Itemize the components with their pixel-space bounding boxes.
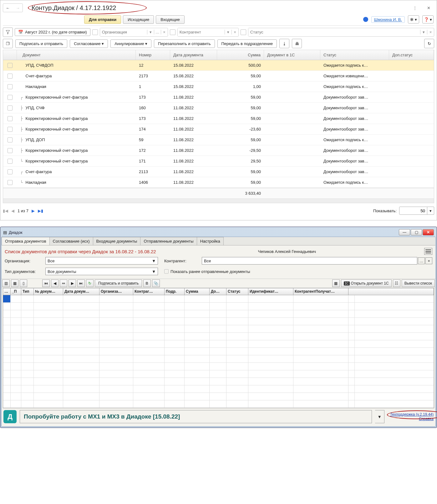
row-checkbox[interactable] xyxy=(8,180,13,185)
date-filter[interactable]: 📅 Август 2022 г. (по дате отправки) xyxy=(15,28,90,36)
row-checkbox[interactable] xyxy=(8,84,13,89)
grid-row[interactable] xyxy=(3,393,434,400)
tab-item[interactable]: Входящие документы xyxy=(93,237,141,245)
org-combo[interactable]: ▾ … × xyxy=(100,28,168,37)
grid-row[interactable] xyxy=(3,310,434,318)
layout3-button[interactable]: ▯ xyxy=(20,280,27,287)
tab-item[interactable]: Согласование (исх) xyxy=(49,237,93,245)
org-dropdown-icon[interactable]: ▾ xyxy=(147,30,154,34)
table-row[interactable]: ├ Корректировочный счет-фактура17211.08.… xyxy=(3,145,434,156)
grid-row[interactable] xyxy=(3,363,434,370)
filter-button[interactable] xyxy=(3,28,13,37)
status-combo[interactable]: ▾ × xyxy=(248,28,434,37)
row-checkbox[interactable] xyxy=(8,159,13,164)
row-checkbox[interactable] xyxy=(8,169,13,174)
print-button[interactable]: 🖶 xyxy=(292,39,302,48)
download-button[interactable]: ⭳ xyxy=(279,39,289,48)
row-checkbox[interactable] xyxy=(8,74,13,79)
tab-incoming[interactable]: Входящие xyxy=(156,15,185,24)
help-link[interactable]: Справка xyxy=(390,417,434,421)
pager-next[interactable]: ▶ xyxy=(32,208,35,213)
layout2-button[interactable]: ▦ xyxy=(11,280,18,287)
org-more-icon[interactable]: … xyxy=(154,30,161,34)
grid-row[interactable] xyxy=(3,370,434,378)
row-checkbox[interactable] xyxy=(8,148,13,153)
org-enable-checkbox[interactable] xyxy=(92,29,98,35)
attach-button[interactable]: 📎 xyxy=(152,280,160,287)
grid-col-header[interactable]: № докум… xyxy=(34,288,63,295)
user-link[interactable]: Шмонина И. В. xyxy=(371,16,405,23)
row-checkbox[interactable] xyxy=(8,127,13,132)
counter-more-button[interactable]: … xyxy=(418,257,425,264)
forward-button[interactable]: → xyxy=(13,4,23,12)
refresh-button[interactable]: ↻ xyxy=(424,39,434,48)
nav-fit[interactable]: ⇔ xyxy=(60,280,67,287)
nav-last[interactable]: ⏭ xyxy=(77,280,85,287)
sign-send-button[interactable]: Подписать и отправить xyxy=(15,39,67,48)
grid-col-header[interactable]: Дата докум… xyxy=(63,288,99,295)
type-select[interactable]: Все документы▼ xyxy=(45,268,158,275)
status-enable-checkbox[interactable] xyxy=(241,29,246,35)
row-checkbox[interactable] xyxy=(8,116,13,121)
nav-prev[interactable]: ◀ xyxy=(51,280,58,287)
maximize-button[interactable]: ▢ xyxy=(411,229,422,235)
col-status[interactable]: Статус xyxy=(320,50,389,60)
counter-clear-icon[interactable]: × xyxy=(231,30,238,34)
status-dropdown-icon[interactable]: ▾ xyxy=(420,30,427,34)
row-checkbox[interactable] xyxy=(8,105,13,111)
status-input[interactable] xyxy=(248,28,420,36)
grid-col-header[interactable]: _П xyxy=(11,288,21,295)
grid-col-header[interactable]: Сумма xyxy=(185,288,210,295)
row-checkbox[interactable] xyxy=(8,63,13,68)
tab-item[interactable]: Отправленные документы xyxy=(140,237,197,245)
grid-row[interactable] xyxy=(3,400,434,408)
tab-item[interactable]: Настройка xyxy=(197,237,224,245)
pager-prev[interactable]: ◀ xyxy=(11,208,14,213)
layout1-button[interactable]: ▥ xyxy=(2,280,10,287)
export-list-button[interactable]: Вывести список xyxy=(402,280,435,287)
grid-body[interactable] xyxy=(3,295,434,408)
grid-col-header[interactable]: Подр. xyxy=(165,288,185,295)
close-icon[interactable]: ✕ xyxy=(424,3,433,12)
refill-button[interactable]: Перезаполнить и отправить xyxy=(154,39,215,48)
table-row[interactable]: ├ УПД, СЧФ16011.08.202259,00Документообо… xyxy=(3,103,434,113)
menu-button[interactable] xyxy=(424,248,432,255)
org-select[interactable]: Все▼ xyxy=(45,257,158,265)
col-sum[interactable]: Сумма xyxy=(217,50,264,60)
org-clear-icon[interactable]: × xyxy=(161,30,168,34)
table-row[interactable]: ├ Корректировочный счет-фактура17311.08.… xyxy=(3,113,434,124)
grid-row[interactable] xyxy=(3,348,434,355)
sign-send-button[interactable]: Подписать и отправить xyxy=(95,280,142,287)
kebab-icon[interactable]: ⋮ xyxy=(410,3,419,12)
minimize-button[interactable]: — xyxy=(399,229,410,235)
banner-dropdown[interactable]: ▼ xyxy=(375,410,384,423)
table-row[interactable]: ┌ Счет-фактура211311.08.202259,00Докумен… xyxy=(3,167,434,177)
grid-row[interactable] xyxy=(3,303,434,310)
grid-row[interactable] xyxy=(3,355,434,363)
close-button[interactable]: ✕ xyxy=(423,229,434,235)
grid-row[interactable] xyxy=(3,333,434,340)
show-input[interactable] xyxy=(399,207,427,215)
grid-row[interactable] xyxy=(3,385,434,393)
grid-col-header[interactable]: … xyxy=(3,288,11,295)
counter-dropdown-icon[interactable]: ▾ xyxy=(225,30,231,34)
grid-col-header[interactable]: Организа… xyxy=(99,288,133,295)
table-row[interactable]: ├ УПД, ДОП5911.08.202259,00Ожидается под… xyxy=(3,135,434,145)
status-clear-icon[interactable]: × xyxy=(427,30,434,34)
tab-outgoing[interactable]: Исходящие xyxy=(123,15,154,24)
h-scrollbar[interactable] xyxy=(3,198,434,203)
counter-combo[interactable]: ▾ × xyxy=(177,28,239,37)
row-checkbox[interactable] xyxy=(8,95,13,100)
table-row[interactable]: ├ Корректировочный счет-фактура17411.08.… xyxy=(3,124,434,135)
grid-row[interactable] xyxy=(3,378,434,385)
table-row[interactable]: Счет-фактура217315.08.202259,00Ожидается… xyxy=(3,71,434,81)
list-icon[interactable]: ☷ xyxy=(393,280,400,287)
to-dept-button[interactable]: Передать в подразделение xyxy=(217,39,277,48)
grid-row[interactable] xyxy=(3,340,434,348)
counter-enable-checkbox[interactable] xyxy=(170,29,175,35)
refresh-button[interactable]: ↻ xyxy=(86,280,94,287)
show-dropdown[interactable]: ▾ xyxy=(427,207,434,215)
pager-first[interactable]: ▮◀ xyxy=(3,208,8,213)
table-row[interactable]: └ Накладная140611.08.202259,00Ожидается … xyxy=(3,177,434,188)
counter-input[interactable] xyxy=(178,28,225,36)
